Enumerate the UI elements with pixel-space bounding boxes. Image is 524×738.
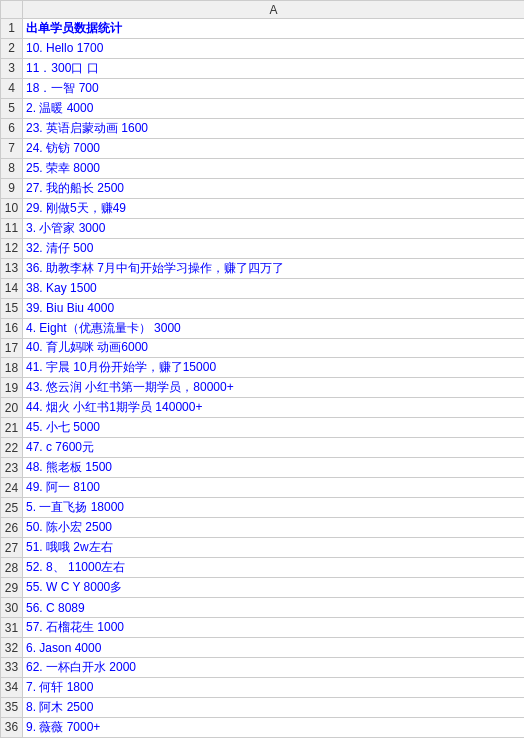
- row-number: 32: [1, 638, 23, 658]
- row-number: 20: [1, 398, 23, 418]
- table-row: 369. 薇薇 7000+: [1, 717, 525, 737]
- row-number: 30: [1, 598, 23, 618]
- table-row: 2955. W C Y 8000多: [1, 578, 525, 598]
- col-a-header: A: [23, 1, 525, 19]
- corner-header: [1, 1, 23, 19]
- cell-value: 3. 小管家 3000: [23, 218, 525, 238]
- row-number: 24: [1, 478, 23, 498]
- row-number: 12: [1, 238, 23, 258]
- table-row: 418．一智 700: [1, 78, 525, 98]
- cell-value: 41. 宇晨 10月份开始学，赚了15000: [23, 358, 525, 378]
- table-row: 1539. Biu Biu 4000: [1, 298, 525, 318]
- table-row: 347. 何轩 1800: [1, 677, 525, 697]
- row-number: 26: [1, 518, 23, 538]
- spreadsheet-table: A 1出单学员数据统计210. Hello 1700311．300口 口418．…: [0, 0, 524, 738]
- table-row: 255. 一直飞扬 18000: [1, 498, 525, 518]
- row-number: 18: [1, 358, 23, 378]
- row-number: 1: [1, 19, 23, 39]
- table-row: 1336. 助教李林 7月中旬开始学习操作，赚了四万了: [1, 258, 525, 278]
- row-number: 27: [1, 538, 23, 558]
- table-row: 2852. 8、 11000左右: [1, 558, 525, 578]
- cell-value: 36. 助教李林 7月中旬开始学习操作，赚了四万了: [23, 258, 525, 278]
- row-number: 4: [1, 78, 23, 98]
- row-number: 25: [1, 498, 23, 518]
- cell-value: 44. 烟火 小红书1期学员 140000+: [23, 398, 525, 418]
- cell-value: 29. 刚做5天，赚49: [23, 198, 525, 218]
- cell-value: 55. W C Y 8000多: [23, 578, 525, 598]
- cell-value: 38. Kay 1500: [23, 278, 525, 298]
- row-number: 29: [1, 578, 23, 598]
- table-row: 2145. 小七 5000: [1, 418, 525, 438]
- cell-value: 出单学员数据统计: [23, 19, 525, 39]
- row-number: 5: [1, 98, 23, 118]
- cell-value: 39. Biu Biu 4000: [23, 298, 525, 318]
- cell-value: 49. 阿一 8100: [23, 478, 525, 498]
- table-row: 2650. 陈小宏 2500: [1, 518, 525, 538]
- table-row: 724. 钫钫 7000: [1, 138, 525, 158]
- table-row: 113. 小管家 3000: [1, 218, 525, 238]
- cell-value: 10. Hello 1700: [23, 38, 525, 58]
- table-row: 2751. 哦哦 2w左右: [1, 538, 525, 558]
- table-row: 2348. 熊老板 1500: [1, 458, 525, 478]
- table-row: 1438. Kay 1500: [1, 278, 525, 298]
- table-row: 623. 英语启蒙动画 1600: [1, 118, 525, 138]
- cell-value: 40. 育儿妈咪 动画6000: [23, 338, 525, 358]
- table-row: 1029. 刚做5天，赚49: [1, 198, 525, 218]
- cell-value: 24. 钫钫 7000: [23, 138, 525, 158]
- table-row: 1841. 宇晨 10月份开始学，赚了15000: [1, 358, 525, 378]
- cell-value: 32. 清仔 500: [23, 238, 525, 258]
- row-number: 23: [1, 458, 23, 478]
- row-number: 7: [1, 138, 23, 158]
- row-number: 11: [1, 218, 23, 238]
- row-number: 13: [1, 258, 23, 278]
- row-number: 3: [1, 58, 23, 78]
- cell-value: 23. 英语启蒙动画 1600: [23, 118, 525, 138]
- cell-value: 25. 荣幸 8000: [23, 158, 525, 178]
- row-number: 2: [1, 38, 23, 58]
- cell-value: 48. 熊老板 1500: [23, 458, 525, 478]
- table-row: 164. Eight（优惠流量卡） 3000: [1, 318, 525, 338]
- row-number: 9: [1, 178, 23, 198]
- table-row: 1232. 清仔 500: [1, 238, 525, 258]
- row-number: 19: [1, 378, 23, 398]
- table-row: 3157. 石榴花生 1000: [1, 618, 525, 638]
- row-number: 10: [1, 198, 23, 218]
- cell-value: 51. 哦哦 2w左右: [23, 538, 525, 558]
- table-row: 3056. C 8089: [1, 598, 525, 618]
- row-number: 36: [1, 717, 23, 737]
- row-number: 31: [1, 618, 23, 638]
- cell-value: 5. 一直飞扬 18000: [23, 498, 525, 518]
- table-row: 2044. 烟火 小红书1期学员 140000+: [1, 398, 525, 418]
- row-number: 17: [1, 338, 23, 358]
- table-row: 1740. 育儿妈咪 动画6000: [1, 338, 525, 358]
- table-row: 1出单学员数据统计: [1, 19, 525, 39]
- cell-value: 27. 我的船长 2500: [23, 178, 525, 198]
- table-row: 825. 荣幸 8000: [1, 158, 525, 178]
- cell-value: 18．一智 700: [23, 78, 525, 98]
- cell-value: 57. 石榴花生 1000: [23, 618, 525, 638]
- table-row: 52. 温暖 4000: [1, 98, 525, 118]
- table-row: 1943. 悠云润 小红书第一期学员，80000+: [1, 378, 525, 398]
- table-row: 210. Hello 1700: [1, 38, 525, 58]
- cell-value: 8. 阿木 2500: [23, 697, 525, 717]
- cell-value: 45. 小七 5000: [23, 418, 525, 438]
- cell-value: 62. 一杯白开水 2000: [23, 658, 525, 678]
- table-row: 311．300口 口: [1, 58, 525, 78]
- cell-value: 52. 8、 11000左右: [23, 558, 525, 578]
- cell-value: 56. C 8089: [23, 598, 525, 618]
- cell-value: 4. Eight（优惠流量卡） 3000: [23, 318, 525, 338]
- row-number: 34: [1, 677, 23, 697]
- row-number: 8: [1, 158, 23, 178]
- row-number: 21: [1, 418, 23, 438]
- row-number: 14: [1, 278, 23, 298]
- table-row: 326. Jason 4000: [1, 638, 525, 658]
- row-number: 35: [1, 697, 23, 717]
- table-row: 2247. c 7600元: [1, 438, 525, 458]
- row-number: 28: [1, 558, 23, 578]
- table-row: 2449. 阿一 8100: [1, 478, 525, 498]
- row-number: 33: [1, 658, 23, 678]
- table-row: 358. 阿木 2500: [1, 697, 525, 717]
- cell-value: 9. 薇薇 7000+: [23, 717, 525, 737]
- cell-value: 7. 何轩 1800: [23, 677, 525, 697]
- table-row: 3362. 一杯白开水 2000: [1, 658, 525, 678]
